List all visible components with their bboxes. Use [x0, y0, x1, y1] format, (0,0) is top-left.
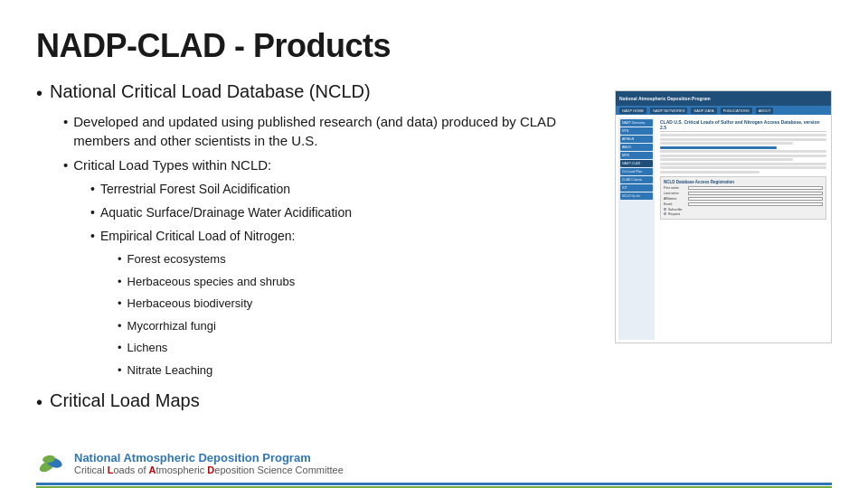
label-aquatic: Aquatic Surface/Drainage Water Acidifica… — [100, 203, 352, 222]
ss-label-affil: Affiliation: — [664, 197, 686, 201]
ss-input-firstname — [688, 186, 823, 190]
ss-page-title: CLAD U.S. Critical Loads of Sulfur and N… — [660, 119, 826, 132]
ss-text-8 — [660, 166, 826, 169]
ss-main-content: CLAD U.S. Critical Loads of Sulfur and N… — [658, 117, 828, 340]
bullet-l3-2: • — [90, 203, 95, 222]
logo-line1: National Atmospheric Deposition Program — [74, 451, 344, 465]
logo-after-d: eposition Science Committee — [214, 465, 343, 475]
main-content: • National Critical Load Database (NCLD)… — [36, 81, 832, 418]
ss-form-firstname: First name: — [664, 186, 823, 190]
label-empirical: Empirical Critical Load of Nitrogen: — [100, 227, 296, 246]
bullet-l4-5: • — [118, 339, 122, 357]
ss-sidebar: NADP Overview NTN AIRMoN AMoN MDN NADP-C… — [618, 117, 655, 340]
ss-text-9 — [660, 171, 760, 174]
ss-text-7 — [660, 163, 826, 165]
ss-label-lastname: Last name: — [664, 192, 686, 195]
label-lichens: Lichens — [127, 339, 168, 357]
label-forest: Forest ecosystems — [127, 250, 226, 268]
list-item-nitrate: • Nitrate Leaching — [118, 361, 597, 380]
ss-text-6 — [660, 158, 793, 161]
ss-sidebar-amon: AMoN — [620, 144, 653, 151]
ss-input-email — [688, 202, 823, 206]
slide: NADP-CLAD - Products • National Critical… — [0, 0, 868, 488]
list-item-lichens: • Lichens — [118, 339, 597, 357]
ss-body: NADP Overview NTN AIRMoN AMoN MDN NADP-C… — [616, 115, 831, 343]
ss-header: National Atmospheric Deposition Program — [616, 91, 831, 106]
content-area: • National Critical Load Database (NCLD)… — [36, 81, 597, 418]
slide-title: NADP-CLAD - Products — [36, 27, 832, 65]
list-item-critical-load-maps: • Critical Load Maps — [36, 390, 597, 414]
ss-sidebar-ncld: NCLD Go-for — [620, 192, 653, 200]
screenshot-inner: National Atmospheric Deposition Program … — [616, 91, 831, 343]
ss-radio-dot-request — [664, 212, 666, 215]
footer: National Atmospheric Deposition Program … — [0, 443, 868, 488]
logo-line2: Critical Loads of Atmospheric Deposition… — [74, 465, 344, 475]
bullet-l3-1: • — [90, 180, 95, 199]
ss-nav-about: ABOUT — [756, 108, 774, 114]
label-critical-load-maps: Critical Load Maps — [50, 390, 200, 411]
ss-radio-dot-subscribe — [664, 208, 666, 211]
ss-sidebar-ntn: NTN — [620, 127, 653, 135]
ss-form-affil: Affiliation: — [664, 197, 823, 201]
nadp-logo-icon — [36, 448, 65, 477]
list-item-aquatic: • Aquatic Surface/Drainage Water Acidifi… — [90, 203, 597, 222]
bullet-l4-1: • — [118, 250, 122, 268]
ss-label-firstname: First name: — [664, 186, 686, 190]
list-item-developed: • Developed and updated using published … — [63, 112, 597, 150]
ss-text-3 — [660, 142, 793, 145]
ss-nav-networks: NADP NETWORKS — [650, 108, 687, 114]
ss-sidebar-overview: NADP Overview — [620, 119, 653, 127]
logo-after-a: tmospheric — [156, 465, 208, 475]
logo-after-l: oads of — [113, 465, 148, 475]
list-item-critical-load-types: • Critical Load Types within NCLD: — [63, 155, 597, 174]
ss-sidebar-mdn: MDN — [620, 152, 653, 159]
ss-form-title: NCLD Database Access Registration — [664, 180, 823, 184]
list-item-mycorrhizal: • Mycorrhizal fungi — [118, 317, 597, 335]
text-content: • National Critical Load Database (NCLD)… — [36, 81, 597, 418]
ss-sidebar-clad: NADP-CLAD — [620, 160, 653, 167]
ss-radio-subscribe: Subscribe — [664, 208, 823, 211]
logo-highlight-a: A — [149, 465, 156, 475]
label-nitrate: Nitrate Leaching — [127, 361, 213, 380]
logo-line2-before: Critical — [74, 465, 108, 475]
label-critical-load-types: Critical Load Types within NCLD: — [73, 155, 271, 174]
ss-text-4 — [660, 150, 826, 153]
list-item-herbaceous-shrubs: • Herbaceous species and shrubs — [118, 273, 597, 291]
ss-nav: NADP HOME NADP NETWORKS NADP DATA PUBLIC… — [616, 106, 831, 115]
list-item-terrestrial: • Terrestrial Forest Soil Acidification — [90, 180, 597, 199]
ss-form: NCLD Database Access Registration First … — [660, 176, 826, 220]
label-developed: Developed and updated using published re… — [73, 112, 597, 150]
ss-text-1 — [660, 134, 826, 136]
bullet-l2-1: • — [63, 112, 68, 131]
bullet-l4-3: • — [118, 295, 122, 313]
ss-nav-data: NADP DATA — [691, 108, 716, 114]
ss-radio-label-request: Request — [668, 212, 680, 216]
label-herbaceous-shrubs: Herbaceous species and shrubs — [127, 273, 296, 291]
ss-sidebar-airmon: AIRMoN — [620, 136, 653, 143]
list-item-herbaceous-bio: • Herbaceous biodiversity — [118, 295, 597, 313]
ss-label-email: Email: — [664, 202, 686, 206]
ss-sidebar-iot: IOT — [620, 184, 653, 192]
bullet-l1-2: • — [36, 390, 42, 414]
ss-text-2 — [660, 138, 826, 141]
bullet-l4-4: • — [118, 317, 122, 335]
label-mycorrhizal: Mycorrhizal fungi — [127, 317, 216, 335]
ss-input-lastname — [688, 192, 823, 195]
ss-link-1 — [660, 146, 777, 149]
ss-form-lastname: Last name: — [664, 192, 823, 195]
footer-blue-line — [36, 483, 832, 485]
ss-sidebar-critload: Crit Load Plan — [620, 168, 653, 175]
footer-logo-area: National Atmospheric Deposition Program … — [0, 443, 868, 483]
screenshot-mockup: National Atmospheric Deposition Program … — [615, 90, 832, 343]
list-item-national-critical: • National Critical Load Database (NCLD) — [36, 81, 597, 105]
ss-radio-request: Request — [664, 212, 823, 216]
ss-sidebar-naming: CLAD Criteria — [620, 176, 653, 183]
label-national-critical: National Critical Load Database (NCLD) — [50, 81, 371, 102]
ss-nav-home: NADP HOME — [619, 108, 646, 114]
ss-text-5 — [660, 155, 826, 157]
ss-radio-group: Subscribe Request — [664, 208, 823, 216]
bullet-l1-1: • — [36, 81, 42, 105]
bullet-l3-3: • — [90, 227, 95, 246]
ss-header-text: National Atmospheric Deposition Program — [619, 96, 711, 101]
ss-radio-label-subscribe: Subscribe — [668, 208, 683, 211]
